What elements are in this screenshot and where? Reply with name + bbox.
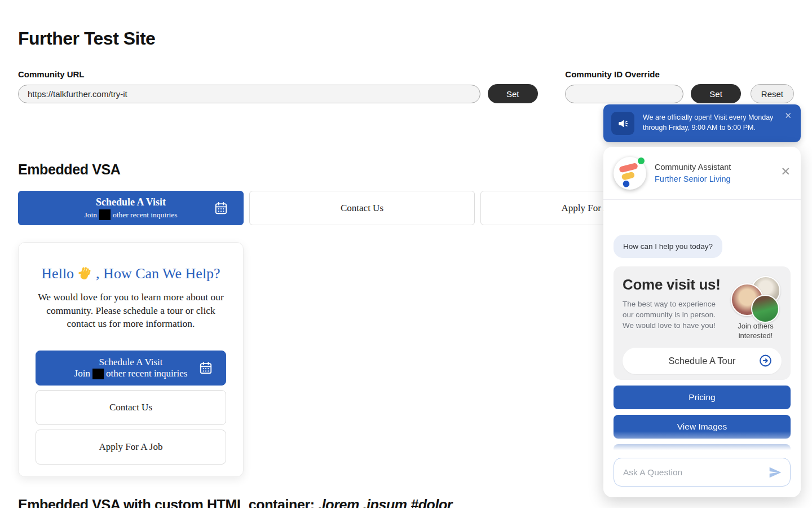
megaphone-icon: [617, 117, 629, 130]
visit-card-body: The best way to experience our community…: [623, 299, 725, 331]
community-id-input[interactable]: [565, 85, 683, 103]
community-id-group: Community ID Override Set Reset: [565, 69, 794, 103]
schedule-visit-button[interactable]: Schedule A Visit Joinother recent inquir…: [18, 191, 244, 225]
megaphone-icon-box: [611, 112, 634, 135]
view-images-button[interactable]: View Images: [614, 415, 791, 439]
pricing-button[interactable]: Pricing: [614, 386, 791, 409]
card-apply-job-button[interactable]: Apply For A Job: [36, 430, 226, 465]
contact-us-button[interactable]: Contact Us: [249, 191, 475, 225]
card-schedule-visit-button[interactable]: Schedule A Visit Joinother recent inquir…: [36, 351, 226, 386]
announcement-close-icon[interactable]: ✕: [784, 111, 792, 120]
calendar-icon: [214, 201, 228, 216]
community-id-reset-button[interactable]: Reset: [751, 84, 794, 103]
avatar-cluster: [731, 276, 780, 319]
social-proof-text: Join others interested!: [730, 322, 782, 341]
community-id-set-button[interactable]: Set: [691, 84, 741, 103]
community-url-label: Community URL: [18, 69, 565, 79]
hello-heading: Hello , How Can We Help?: [36, 265, 226, 282]
announcement-banner: We are officially open! Visit every Mond…: [603, 104, 801, 142]
avatar: [751, 295, 779, 323]
hello-card: Hello , How Can We Help? We would love f…: [18, 242, 244, 477]
custom-container-heading: Embedded VSA with custom HTML container:…: [18, 497, 794, 508]
redacted-count: [92, 369, 104, 379]
online-status-dot: [638, 157, 645, 164]
chat-titles: Community Assistant Further Senior Livin…: [655, 161, 731, 185]
assistant-message-bubble: How can I help you today?: [614, 235, 722, 258]
virtual-tour-button[interactable]: Virtual Tour: [614, 444, 791, 455]
card-contact-us-button[interactable]: Contact Us: [36, 390, 226, 425]
chat-panel: Community Assistant Further Senior Livin…: [603, 147, 801, 497]
arrow-circle-right-icon: [758, 354, 773, 368]
chat-close-icon[interactable]: ✕: [780, 165, 791, 178]
container-selector-text: .lorem .ipsum #dolor: [318, 497, 452, 508]
come-visit-card: Come visit us! The best way to experienc…: [614, 266, 791, 380]
community-link[interactable]: Further Senior Living: [655, 173, 731, 185]
community-url-input[interactable]: [18, 85, 480, 103]
chat-body: How can I help you today? Come visit us!…: [603, 200, 801, 455]
redacted-count: [99, 209, 111, 220]
visit-card-title: Come visit us!: [623, 276, 725, 294]
schedule-visit-label: Schedule A Visit: [96, 196, 166, 208]
page-title: Further Test Site: [18, 28, 794, 49]
assistant-title: Community Assistant: [655, 161, 731, 173]
schedule-tour-button[interactable]: Schedule A Tour: [623, 348, 782, 374]
config-form: Community URL Set Community ID Override …: [18, 69, 794, 103]
community-logo: [614, 157, 646, 190]
custom-container-section: Embedded VSA with custom HTML container:…: [18, 497, 794, 508]
community-id-label: Community ID Override: [565, 69, 794, 79]
ask-question-input[interactable]: [623, 467, 762, 478]
chat-footer: [603, 455, 801, 497]
hello-body-text: We would love for you to learn more abou…: [37, 291, 225, 331]
send-icon[interactable]: [768, 465, 783, 480]
announcement-text: We are officially open! Visit every Mond…: [643, 112, 774, 135]
calendar-icon: [198, 361, 213, 375]
community-url-group: Community URL Set: [18, 69, 565, 103]
schedule-visit-subtitle: Joinother recent inquiries: [84, 209, 177, 220]
community-url-set-button[interactable]: Set: [488, 84, 538, 103]
ask-question-box: [614, 458, 791, 487]
chat-header: Community Assistant Further Senior Livin…: [603, 147, 801, 200]
waving-hand-icon: [77, 266, 92, 282]
